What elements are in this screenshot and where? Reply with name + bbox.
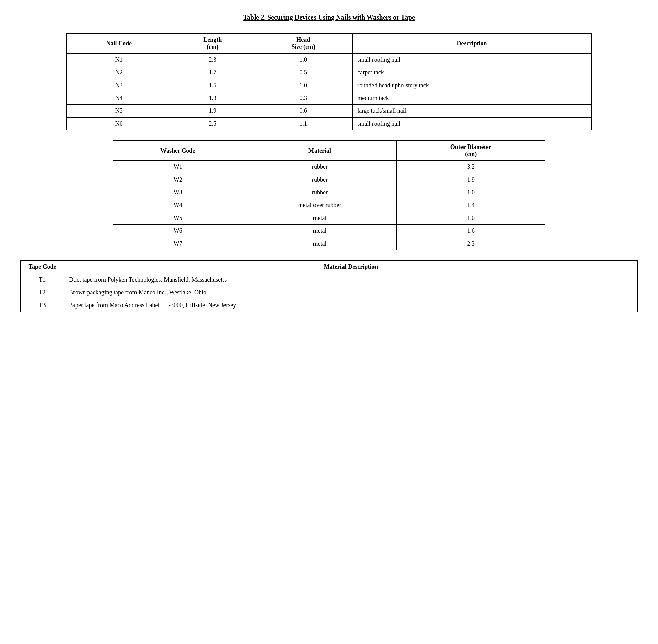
nail-table-row: N6 2.5 1.1 small roofing nail — [67, 118, 591, 130]
nail-code-cell: N4 — [67, 92, 171, 105]
tape-col1-header: Tape Code — [21, 261, 64, 274]
washer-table-row: W7 metal 2.3 — [113, 237, 545, 250]
nail-col4-header: Description — [353, 34, 591, 53]
tape-table-container: Tape Code Material Description T1 Duct t… — [20, 260, 638, 312]
nail-table-row: N4 1.3 0.3 medium tack — [67, 92, 591, 105]
washer-code-cell: W4 — [113, 199, 243, 212]
washer-material-cell: metal — [243, 212, 397, 225]
nail-description-cell: medium tack — [353, 92, 591, 105]
nail-table: Nail Code Length(cm) HeadSize (cm) Descr… — [66, 33, 591, 130]
nail-head-cell: 0.5 — [254, 66, 353, 79]
washer-material-cell: rubber — [243, 186, 397, 199]
washer-diameter-cell: 1.0 — [397, 212, 545, 225]
nail-description-cell: rounded head upholstery tack — [353, 79, 591, 92]
washer-table-row: W6 metal 1.6 — [113, 225, 545, 237]
tape-table-row: T1 Duct tape from Polyken Technologies, … — [21, 274, 638, 286]
tape-code-cell: T1 — [21, 274, 64, 286]
washer-table: Washer Code Material Outer Diameter(cm) … — [113, 140, 545, 250]
nail-length-cell: 1.7 — [171, 66, 254, 79]
tape-code-cell: T3 — [21, 299, 64, 312]
washer-diameter-cell: 1.4 — [397, 199, 545, 212]
washer-code-cell: W6 — [113, 225, 243, 237]
tape-description-cell: Brown packaging tape from Manco Inc., We… — [64, 286, 638, 299]
washer-material-cell: metal over rubber — [243, 199, 397, 212]
nail-head-cell: 0.3 — [254, 92, 353, 105]
washer-code-cell: W1 — [113, 161, 243, 174]
washer-table-container: Washer Code Material Outer Diameter(cm) … — [20, 140, 638, 250]
washer-col2-header: Material — [243, 141, 397, 161]
tape-code-cell: T2 — [21, 286, 64, 299]
washer-material-cell: rubber — [243, 161, 397, 174]
nail-length-cell: 1.5 — [171, 79, 254, 92]
nail-code-cell: N6 — [67, 118, 171, 130]
washer-material-cell: rubber — [243, 174, 397, 186]
nail-table-row: N1 2.3 1.0 small roofing nail — [67, 53, 591, 66]
washer-diameter-cell: 3.2 — [397, 161, 545, 174]
nail-code-cell: N3 — [67, 79, 171, 92]
tape-table-row: T2 Brown packaging tape from Manco Inc.,… — [21, 286, 638, 299]
washer-diameter-cell: 1.6 — [397, 225, 545, 237]
nail-length-cell: 2.3 — [171, 53, 254, 66]
washer-table-row: W4 metal over rubber 1.4 — [113, 199, 545, 212]
washer-table-row: W1 rubber 3.2 — [113, 161, 545, 174]
washer-code-cell: W7 — [113, 237, 243, 250]
washer-table-row: W5 metal 1.0 — [113, 212, 545, 225]
washer-diameter-cell: 1.9 — [397, 174, 545, 186]
nail-description-cell: carpet tack — [353, 66, 591, 79]
nail-col1-header: Nail Code — [67, 34, 171, 53]
nail-head-cell: 0.6 — [254, 105, 353, 118]
nail-length-cell: 1.9 — [171, 105, 254, 118]
nail-description-cell: small roofing nail — [353, 53, 591, 66]
nail-head-cell: 1.0 — [254, 53, 353, 66]
tape-table: Tape Code Material Description T1 Duct t… — [20, 260, 638, 312]
nail-description-cell: small roofing nail — [353, 118, 591, 130]
nail-code-cell: N1 — [67, 53, 171, 66]
washer-material-cell: metal — [243, 237, 397, 250]
nail-col3-header: HeadSize (cm) — [254, 34, 353, 53]
washer-material-cell: metal — [243, 225, 397, 237]
tape-col2-header: Material Description — [64, 261, 638, 274]
washer-code-cell: W3 — [113, 186, 243, 199]
washer-diameter-cell: 1.0 — [397, 186, 545, 199]
washer-col3-header: Outer Diameter(cm) — [397, 141, 545, 161]
nail-code-cell: N5 — [67, 105, 171, 118]
nail-code-cell: N2 — [67, 66, 171, 79]
nail-table-container: Nail Code Length(cm) HeadSize (cm) Descr… — [20, 33, 638, 130]
tape-description-cell: Paper tape from Maco Address Label LL-30… — [64, 299, 638, 312]
nail-col2-header: Length(cm) — [171, 34, 254, 53]
tape-description-cell: Duct tape from Polyken Technologies, Man… — [64, 274, 638, 286]
nail-table-row: N2 1.7 0.5 carpet tack — [67, 66, 591, 79]
washer-table-row: W3 rubber 1.0 — [113, 186, 545, 199]
nail-table-row: N3 1.5 1.0 rounded head upholstery tack — [67, 79, 591, 92]
washer-table-row: W2 rubber 1.9 — [113, 174, 545, 186]
nail-description-cell: large tack/small nail — [353, 105, 591, 118]
washer-code-cell: W5 — [113, 212, 243, 225]
washer-diameter-cell: 2.3 — [397, 237, 545, 250]
nail-head-cell: 1.0 — [254, 79, 353, 92]
page-title: Table 2. Securing Devices Using Nails wi… — [20, 14, 638, 21]
tape-table-row: T3 Paper tape from Maco Address Label LL… — [21, 299, 638, 312]
nail-length-cell: 2.5 — [171, 118, 254, 130]
nail-table-row: N5 1.9 0.6 large tack/small nail — [67, 105, 591, 118]
washer-code-cell: W2 — [113, 174, 243, 186]
nail-length-cell: 1.3 — [171, 92, 254, 105]
washer-col1-header: Washer Code — [113, 141, 243, 161]
nail-head-cell: 1.1 — [254, 118, 353, 130]
